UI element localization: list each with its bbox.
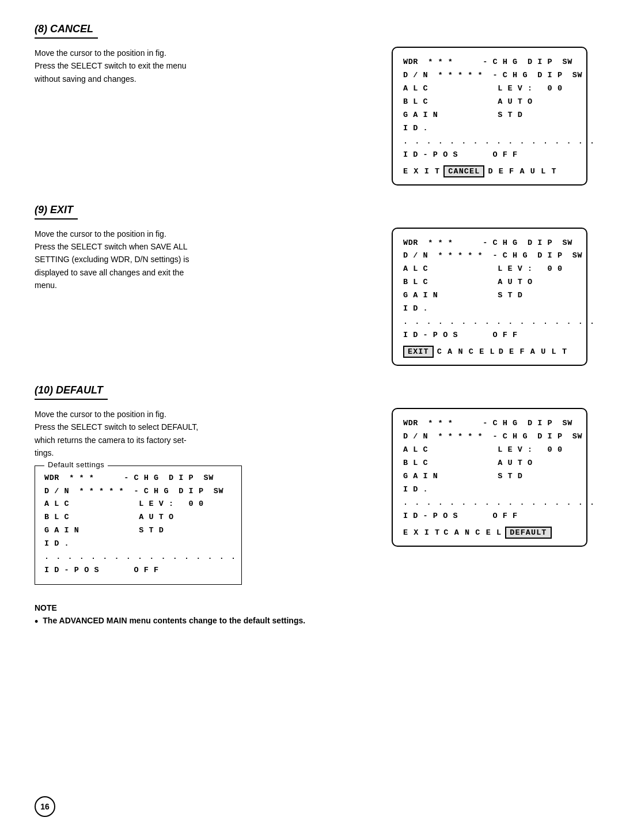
note-item: • The ADVANCED MAIN menu contents change… (35, 616, 587, 629)
section-9: (9) EXIT Move the cursor to the position… (35, 204, 587, 366)
section-8-text-line2: Press the SELECT switch to exit the menu (35, 59, 374, 72)
menu-10-line4: B L C A U T O (403, 457, 576, 470)
menu-9-default: D E F A U L T (499, 347, 567, 356)
def-menu-line5: G A I N S T D (44, 524, 232, 538)
menu-8-cancel-highlighted: CANCEL (443, 165, 484, 177)
def-menu-line1: WDR * * * - C H G D I P SW (44, 472, 232, 485)
section-8-title: (8) CANCEL (35, 23, 98, 39)
section-8: (8) CANCEL Move the cursor to the positi… (35, 23, 587, 186)
section-9-text-line5: menu. (35, 279, 374, 292)
def-menu-idpos: I D - P O S O F F (44, 564, 232, 577)
section-10-body: Move the cursor to the position in fig. … (35, 408, 587, 585)
menu-8-line5: G A I N S T D (403, 109, 576, 122)
menu-10-bottom: E X I T C A N C E L DEFAULT (403, 527, 576, 539)
section-9-text-line3: SETTING (excluding WDR, D/N settings) is (35, 253, 374, 266)
section-8-text-line3: without saving and changes. (35, 73, 374, 85)
menu-8-line2: D / N * * * * * - C H G D I P SW (403, 69, 576, 82)
def-menu-line4: B L C A U T O (44, 511, 232, 524)
section-10-left: Move the cursor to the position in fig. … (35, 408, 374, 585)
section-9-text-line1: Move the cursor to the position in fig. (35, 228, 374, 240)
section-10-text-line4: tings. (35, 447, 374, 459)
menu-10-line6: I D . (403, 483, 576, 497)
note-bullet: • (35, 616, 38, 629)
menu-10-idpos: I D - P O S O F F (403, 510, 576, 523)
menu-8-line4: B L C A U T O (403, 96, 576, 109)
def-menu-line6: I D . (44, 538, 232, 551)
def-menu-line3: A L C L E V : 0 0 (44, 498, 232, 511)
section-10-text-line2: Press the SELECT switch to select DEFAUL… (35, 421, 374, 433)
menu-8-idpos: I D - P O S O F F (403, 149, 576, 162)
note-section: NOTE • The ADVANCED MAIN menu contents c… (35, 603, 587, 629)
menu-9-line2: D / N * * * * * - C H G D I P SW (403, 249, 576, 263)
def-menu-dots: . . . . . . . . . . . . . . . . . (44, 551, 232, 564)
menu-9-dots: . . . . . . . . . . . . . . . . . (403, 316, 576, 329)
section-8-menu: WDR * * * - C H G D I P SW D / N * * * *… (392, 47, 587, 186)
menu-10-line2: D / N * * * * * - C H G D I P SW (403, 430, 576, 444)
section-8-text-line1: Move the cursor to the position in fig. (35, 47, 374, 59)
menu-9-cancel: C A N C E L (437, 347, 495, 356)
menu-8-line6: I D . (403, 122, 576, 135)
section-10-text-line3: which returns the camera to its factory … (35, 434, 374, 447)
section-9-text: Move the cursor to the position in fig. … (35, 228, 374, 292)
section-8-body: Move the cursor to the position in fig. … (35, 47, 587, 186)
menu-8-dots: . . . . . . . . . . . . . . . . . (403, 135, 576, 149)
note-title: NOTE (35, 603, 587, 612)
section-10-menu: WDR * * * - C H G D I P SW D / N * * * *… (392, 408, 587, 547)
menu-8-line3: A L C L E V : 0 0 (403, 82, 576, 96)
menu-9-line4: B L C A U T O (403, 276, 576, 289)
section-10-text: Move the cursor to the position in fig. … (35, 408, 374, 460)
section-8-text: Move the cursor to the position in fig. … (35, 47, 374, 85)
section-10-title: (10) DEFAULT (35, 384, 108, 400)
menu-8-default: D E F A U L T (488, 167, 556, 176)
section-10: (10) DEFAULT Move the cursor to the posi… (35, 384, 587, 585)
def-menu-line2: D / N * * * * * - C H G D I P SW (44, 485, 232, 498)
page-number: 16 (35, 796, 55, 817)
section-9-text-line4: displayed to save all changes and exit t… (35, 266, 374, 279)
default-settings-label: Default settings (44, 460, 108, 469)
menu-10-cancel: C A N C E L (443, 528, 502, 537)
menu-9-line1: WDR * * * - C H G D I P SW (403, 237, 576, 250)
menu-9-exit-highlighted: EXIT (403, 346, 434, 358)
section-9-body: Move the cursor to the position in fig. … (35, 228, 587, 366)
default-settings-box: Default settings WDR * * * - C H G D I P… (35, 466, 242, 585)
section-10-text-line1: Move the cursor to the position in fig. (35, 408, 374, 421)
menu-9-idpos: I D - P O S O F F (403, 329, 576, 342)
menu-10-line1: WDR * * * - C H G D I P SW (403, 417, 576, 430)
menu-9-line3: A L C L E V : 0 0 (403, 263, 576, 276)
section-9-menu: WDR * * * - C H G D I P SW D / N * * * *… (392, 228, 587, 366)
menu-10-line5: G A I N S T D (403, 470, 576, 483)
menu-10-line3: A L C L E V : 0 0 (403, 444, 576, 457)
menu-8-bottom: E X I T CANCEL D E F A U L T (403, 165, 576, 177)
note-text: The ADVANCED MAIN menu contents change t… (43, 616, 305, 625)
menu-10-default-highlighted: DEFAULT (505, 527, 551, 539)
menu-10-exit: E X I T (403, 528, 440, 537)
section-9-text-line2: Press the SELECT switch when SAVE ALL (35, 240, 374, 253)
menu-8-exit: E X I T (403, 167, 440, 176)
section-9-title: (9) EXIT (35, 204, 78, 220)
menu-9-bottom: EXIT C A N C E L D E F A U L T (403, 346, 576, 358)
menu-9-line5: G A I N S T D (403, 289, 576, 302)
menu-9-line6: I D . (403, 302, 576, 316)
menu-10-dots: . . . . . . . . . . . . . . . . . (403, 497, 576, 510)
menu-8-line1: WDR * * * - C H G D I P SW (403, 56, 576, 69)
